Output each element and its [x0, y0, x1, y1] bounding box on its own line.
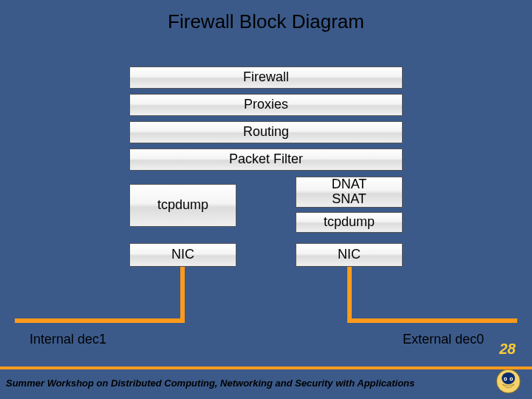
block-dnat-snat: DNAT SNAT — [296, 177, 403, 208]
slide-number: 28 — [499, 341, 516, 358]
label-internal-network: Internal dec1 — [30, 332, 106, 347]
snat-label: SNAT — [332, 192, 366, 207]
dnat-label: DNAT — [332, 177, 367, 192]
block-nic-left: NIC — [129, 243, 236, 267]
footer-divider — [0, 366, 532, 369]
footer-text: Summer Workshop on Distributed Computing… — [6, 378, 415, 389]
page-title: Firewall Block Diagram — [0, 0, 532, 41]
block-tcpdump-right: tcpdump — [296, 212, 403, 233]
wire-external-horizontal — [347, 318, 517, 323]
svg-point-1 — [502, 372, 515, 384]
wire-external-vertical — [347, 267, 352, 321]
svg-point-4 — [505, 378, 506, 380]
wire-internal-vertical — [180, 267, 185, 321]
logo-icon — [495, 368, 522, 395]
block-routing: Routing — [129, 121, 403, 143]
label-external-network: External dec0 — [403, 332, 484, 347]
svg-point-5 — [511, 378, 512, 380]
block-proxies: Proxies — [129, 94, 403, 116]
block-firewall: Firewall — [129, 66, 403, 89]
block-tcpdump-left: tcpdump — [129, 184, 236, 227]
block-packet-filter: Packet Filter — [129, 149, 403, 171]
block-nic-right: NIC — [296, 243, 403, 267]
firewall-diagram: Firewall Proxies Routing Packet Filter t… — [0, 41, 532, 351]
wire-internal-horizontal — [15, 318, 185, 323]
